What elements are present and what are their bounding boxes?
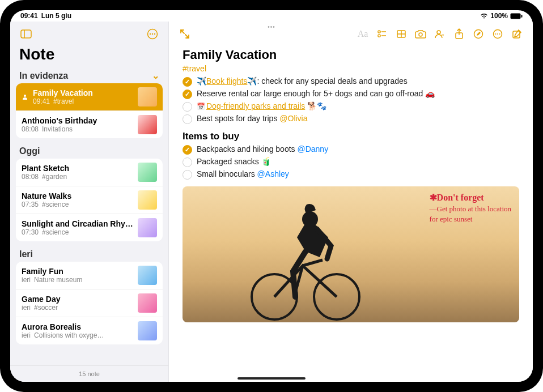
note-tag: #travel [53, 97, 74, 105]
checklist-item: Small binoculars @Ashley [183, 168, 519, 181]
note-thumbnail [138, 218, 157, 237]
multitask-handle-icon[interactable]: ••• [268, 24, 275, 30]
note-list-item[interactable]: Aurora Borealis ieriCollisions with oxyg… [16, 317, 163, 344]
mention[interactable]: @Ashley [257, 169, 289, 178]
calendar-icon: 📅 [197, 103, 205, 110]
note-attached-image[interactable]: ✱Don't forget —Get photo at this locatio… [183, 186, 519, 322]
markup-button[interactable] [470, 26, 486, 42]
note-list-item[interactable]: Anthonio's Birthday 08:08 Invitations [16, 111, 163, 138]
checklist-item: 📅Dog-friendly parks and trails 🐕🐾 [183, 100, 519, 113]
note-title: Aurora Borealis [22, 322, 133, 331]
note-title: Game Day [22, 295, 133, 304]
svg-point-5 [150, 33, 151, 35]
camera-button[interactable] [413, 26, 429, 42]
note-list-item[interactable]: Sunlight and Circadian Rhy… 07:30#scienc… [16, 214, 163, 241]
checkbox-icon[interactable] [183, 145, 192, 155]
checklist-items-to-buy: Backpacks and hiking boots @Danny Packag… [183, 143, 519, 181]
note-thumbnail [138, 293, 157, 313]
checkbox-icon[interactable] [183, 77, 192, 87]
checkbox-icon[interactable] [183, 157, 192, 167]
note-thumbnail [138, 115, 157, 134]
note-list-item[interactable]: Plant Sketch 08:08#garden [16, 159, 163, 186]
note-title: Family Vacation [33, 88, 133, 97]
note-list-item[interactable]: Game Day ieri#soccer [16, 289, 163, 317]
compose-button[interactable] [509, 26, 525, 42]
checklist-item: Reserve rental car large enough for 5+ d… [183, 88, 519, 100]
checkbox-icon[interactable] [183, 102, 192, 112]
svg-point-28 [302, 211, 318, 227]
note-title: Anthonio's Birthday [22, 116, 133, 125]
status-bar: 09:41 Lun 5 giu 100% [10, 10, 533, 22]
format-text-button[interactable]: Aa [355, 26, 371, 42]
more-button[interactable] [490, 26, 506, 42]
note-list-item[interactable]: Family Vacation 09:41 #travel [16, 83, 163, 111]
note-time: 09:41 [33, 97, 50, 105]
chevron-down-icon: ⌄ [152, 70, 159, 81]
note-title: Family Fun [22, 267, 133, 276]
note-thumbnail [138, 266, 157, 285]
note-link[interactable]: Book flights [206, 76, 247, 86]
note-title: Sunlight and Circadian Rhy… [22, 219, 133, 228]
home-indicator[interactable] [237, 377, 306, 380]
note-title: Plant Sketch [22, 164, 133, 173]
svg-point-7 [154, 33, 155, 35]
checkbox-icon[interactable] [183, 90, 192, 99]
note-editor: Aa [169, 22, 533, 382]
section-header-today[interactable]: Oggi [10, 144, 168, 157]
table-button[interactable] [393, 26, 409, 42]
shared-icon [22, 93, 28, 100]
note-content[interactable]: Family Vacation #travel ✈️Book flights✈️… [169, 45, 533, 382]
checkbox-icon[interactable] [183, 114, 192, 124]
note-title-heading: Family Vacation [183, 48, 519, 62]
note-thumbnail [138, 190, 157, 210]
sidebar-toggle-button[interactable] [18, 26, 34, 42]
mention[interactable]: @Olivia [279, 114, 307, 123]
note-subheading: Items to buy [183, 131, 519, 142]
svg-point-6 [152, 33, 153, 35]
expand-button[interactable] [177, 26, 193, 42]
sidebar-title: Note [10, 44, 168, 68]
svg-point-16 [419, 33, 422, 36]
handwritten-annotation: ✱Don't forget —Get photo at this locatio… [430, 192, 511, 224]
section-header-pinned[interactable]: In evidenza ⌄ [10, 68, 168, 82]
status-time: 09:41 [20, 12, 38, 20]
svg-rect-1 [521, 15, 523, 18]
note-thumbnail [138, 87, 157, 106]
note-thumbnail [138, 321, 157, 340]
note-list-item[interactable]: Family Fun ieriNature museum [16, 262, 163, 289]
checklist-item: Backpacks and hiking boots @Danny [183, 143, 519, 156]
battery-percent: 100% [490, 12, 508, 20]
note-title: Nature Walks [22, 191, 133, 201]
section-header-label: Ieri [19, 249, 33, 259]
note-time: 08:08 [22, 125, 39, 133]
share-button[interactable] [451, 26, 467, 42]
more-options-button[interactable] [145, 26, 160, 42]
svg-point-24 [499, 33, 500, 35]
note-link[interactable]: Dog-friendly parks and trails [206, 101, 305, 110]
checkbox-icon[interactable] [183, 170, 192, 180]
collaborate-button[interactable] [432, 26, 448, 42]
mention[interactable]: @Danny [297, 144, 328, 154]
note-hashtag[interactable]: #travel [183, 64, 206, 73]
svg-rect-0 [511, 13, 521, 19]
checklist-item: ✈️Book flights✈️: check for any special … [183, 75, 519, 88]
notes-sidebar: Note In evidenza ⌄ Family Vacat [10, 22, 169, 382]
checklist-item: Best spots for day trips @Olivia [183, 113, 519, 125]
svg-rect-2 [21, 30, 31, 38]
cyclist-silhouette-icon [243, 198, 368, 322]
svg-point-17 [437, 31, 440, 34]
battery-icon [510, 13, 523, 19]
note-list-item[interactable]: Nature Walks 07:35#science [16, 186, 163, 214]
note-thumbnail [138, 163, 157, 182]
svg-point-11 [378, 35, 380, 37]
section-header-label: Oggi [19, 146, 40, 156]
section-header-yesterday[interactable]: Ieri [10, 247, 168, 261]
notes-count: 15 note [10, 365, 168, 382]
wifi-icon [480, 13, 488, 19]
checklist-button[interactable] [374, 26, 390, 42]
svg-point-22 [495, 33, 497, 35]
checklist-item: Packaged snacks 🧃 [183, 156, 519, 168]
svg-point-23 [497, 33, 498, 35]
note-tag: Invitations [42, 125, 73, 133]
svg-point-8 [24, 95, 26, 97]
